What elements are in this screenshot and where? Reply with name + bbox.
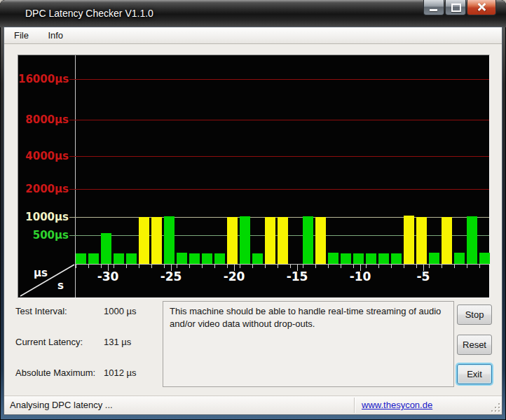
maximize-button[interactable]: [445, 0, 466, 15]
x-minor-tick: [416, 265, 417, 268]
x-minor-tick: [366, 265, 367, 268]
x-minor-tick: [88, 265, 89, 268]
latency-bar: [454, 253, 465, 264]
menu-file[interactable]: File: [8, 27, 35, 42]
stat-current-latency: Current Latency: 131 µs: [15, 337, 83, 347]
x-minor-tick: [341, 265, 341, 268]
title-bar[interactable]: DPC Latency Checker V1.1.0: [0, 0, 506, 27]
stat-label: Current Latency:: [15, 337, 83, 347]
latency-bar: [101, 233, 111, 264]
close-icon: [477, 3, 486, 11]
stat-test-interval: Test Interval: 1000 µs: [15, 306, 67, 316]
latency-bar: [315, 217, 326, 264]
x-minor-tick: [479, 265, 480, 268]
close-button[interactable]: [467, 0, 496, 15]
icon-bar: [16, 10, 18, 20]
status-text: Analysing DPC latency ...: [10, 400, 113, 410]
x-tick-label: -15: [287, 270, 308, 284]
x-tick-label: -20: [224, 270, 245, 284]
x-minor-tick: [391, 265, 392, 268]
reset-button[interactable]: Reset: [457, 335, 492, 355]
x-minor-tick: [265, 265, 266, 268]
stat-label: Test Interval:: [15, 306, 67, 316]
window-title: DPC Latency Checker V1.1.0: [25, 0, 153, 27]
maximize-icon: [451, 4, 461, 12]
x-minor-tick: [353, 265, 354, 268]
x-minor-tick: [177, 265, 177, 268]
app-window: DPC Latency Checker V1.1.0 File Info µs …: [0, 0, 506, 420]
latency-bar: [429, 253, 439, 264]
latency-bar: [404, 216, 414, 264]
gridline-16000us: [69, 79, 489, 80]
latency-bar: [341, 253, 351, 264]
x-minor-tick: [126, 265, 127, 268]
y-tick-label: 4000µs: [18, 150, 69, 162]
y-tick-label: 500µs: [18, 229, 69, 241]
stop-button[interactable]: Stop: [457, 304, 492, 325]
x-minor-tick: [404, 265, 404, 268]
latency-bar: [114, 253, 124, 264]
x-minor-tick: [429, 265, 430, 268]
x-minor-tick: [442, 265, 442, 268]
menu-info[interactable]: Info: [41, 27, 69, 42]
menu-bar: File Info: [4, 27, 502, 44]
latency-bar: [202, 253, 212, 264]
latency-bar: [252, 253, 263, 264]
window-controls: [423, 0, 496, 15]
x-minor-tick: [278, 265, 278, 268]
latency-bar: [126, 253, 137, 264]
resize-grip[interactable]: [491, 403, 500, 412]
latency-bar: [303, 216, 313, 264]
window-body: File Info µs s 16000µs8000µs4000µs2000µs…: [4, 27, 502, 414]
x-minor-tick: [202, 265, 203, 268]
x-minor-tick: [467, 265, 467, 268]
latency-bar: [479, 253, 490, 264]
stat-value: 1000 µs: [104, 306, 137, 316]
result-message-box: This machine should be able to handle re…: [163, 301, 454, 387]
status-bar: Analysing DPC latency ... www.thesycon.d…: [4, 396, 502, 414]
x-axis-line: [75, 264, 489, 265]
x-minor-tick: [151, 265, 152, 268]
x-minor-tick: [164, 265, 165, 268]
latency-bar: [164, 216, 175, 264]
latency-bar: [278, 217, 288, 264]
x-minor-tick: [328, 265, 329, 268]
stat-value: 1012 µs: [104, 368, 137, 378]
latency-bar: [467, 216, 477, 264]
latency-bar: [265, 217, 275, 264]
minimize-button[interactable]: [423, 0, 444, 15]
x-minor-tick: [101, 265, 102, 268]
latency-bar: [240, 216, 250, 264]
chart-plot: µs s 16000µs8000µs4000µs2000µs1000µs500µ…: [18, 55, 489, 298]
latency-bar: [139, 217, 149, 264]
icon-bar: [8, 13, 10, 20]
latency-bar: [378, 253, 389, 264]
icon-bar: [13, 12, 15, 20]
y-tick-label: 1000µs: [18, 211, 69, 223]
status-separator: [354, 398, 355, 413]
gridline-4000us: [69, 156, 489, 157]
app-icon: [8, 7, 20, 20]
latency-bar: [88, 253, 99, 264]
latency-chart: µs s 16000µs8000µs4000µs2000µs1000µs500µ…: [18, 55, 490, 298]
y-unit-label: µs: [34, 267, 48, 279]
x-minor-tick: [252, 265, 253, 268]
icon-bar: [11, 9, 13, 20]
x-minor-tick: [189, 265, 190, 268]
thesycon-link[interactable]: www.thesycon.de: [362, 400, 432, 410]
latency-bar: [76, 253, 86, 264]
latency-bar: [416, 217, 427, 264]
latency-bar: [366, 253, 376, 264]
x-tick-label: -30: [97, 270, 119, 284]
gridline-8000us: [69, 120, 489, 120]
y-tick-label: 2000µs: [18, 183, 69, 195]
x-tick-label: -10: [350, 270, 371, 284]
gridline-2000us: [69, 189, 489, 190]
exit-button[interactable]: Exit: [457, 364, 492, 384]
x-minor-tick: [315, 265, 316, 268]
latency-bar: [328, 253, 339, 264]
stat-value: 131 µs: [104, 337, 131, 347]
latency-bar: [442, 217, 452, 264]
x-minor-tick: [139, 265, 139, 268]
latency-bar: [227, 217, 238, 264]
